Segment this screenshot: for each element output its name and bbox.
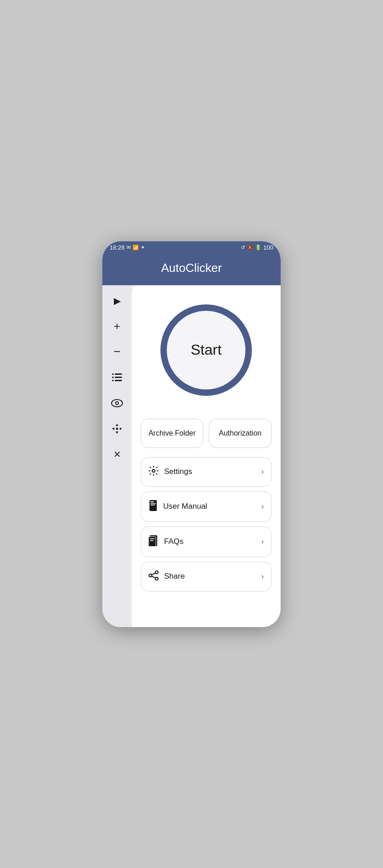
user-manual-menu-item-left: User Manual (149, 500, 207, 513)
faqs-menu-item-left: FAQs (149, 535, 184, 548)
svg-rect-2 (115, 377, 122, 378)
time-display: 18:28 (110, 244, 125, 251)
phone-frame: 18:28 ✉ 📶 ✦ ↺ 🔕 🔋 100 AutoClicker ▶ + − (102, 241, 281, 627)
svg-line-26 (152, 573, 155, 575)
svg-point-25 (155, 577, 158, 580)
faqs-icon (149, 535, 159, 548)
faqs-chevron: › (261, 538, 264, 546)
svg-point-24 (149, 574, 152, 577)
svg-point-23 (155, 571, 158, 574)
top-button-row: Archive Folder Authorization (141, 419, 271, 448)
user-manual-menu-item[interactable]: User Manual › (141, 491, 271, 522)
user-manual-icon (149, 500, 158, 513)
close-icon[interactable]: ✕ (109, 446, 125, 463)
list-icon[interactable] (109, 369, 125, 386)
svg-rect-18 (150, 505, 155, 506)
app-header: AutoClicker (102, 253, 281, 285)
share-menu-item-left: Share (149, 570, 185, 583)
svg-marker-12 (120, 427, 122, 430)
user-manual-chevron: › (261, 502, 264, 511)
menu-list: Settings › (141, 457, 271, 591)
svg-marker-11 (112, 427, 114, 430)
play-icon[interactable]: ▶ (109, 293, 125, 309)
user-manual-label: User Manual (163, 502, 207, 511)
share-menu-item[interactable]: Share › (141, 562, 271, 591)
battery-level: 100 (263, 244, 273, 251)
svg-rect-5 (112, 380, 114, 381)
svg-rect-20 (149, 537, 156, 546)
svg-marker-9 (116, 424, 118, 426)
svg-rect-0 (115, 373, 122, 375)
svg-point-8 (116, 402, 118, 404)
settings-label: Settings (164, 467, 192, 476)
silent-icon: 🔕 (247, 245, 253, 250)
status-bar-left: 18:28 ✉ 📶 ✦ (110, 244, 145, 251)
battery-icon: 🔋 (255, 245, 261, 250)
svg-rect-4 (115, 380, 122, 381)
faqs-menu-item[interactable]: FAQs › (141, 527, 271, 557)
bluetooth-icon: ✦ (141, 245, 145, 250)
sidebar: ▶ + − (102, 285, 132, 627)
svg-line-27 (152, 576, 155, 578)
status-bar: 18:28 ✉ 📶 ✦ ↺ 🔕 🔋 100 (102, 241, 281, 253)
svg-rect-3 (112, 377, 114, 378)
content-panel: Start Archive Folder Authorization (132, 285, 281, 627)
main-area: ▶ + − (102, 285, 281, 627)
eye-icon[interactable] (109, 395, 125, 411)
app-title: AutoClicker (161, 261, 222, 275)
start-circle-container: Start (160, 304, 252, 396)
email-icon: ✉ (127, 245, 131, 250)
svg-rect-16 (150, 501, 154, 502)
start-button[interactable]: Start (160, 304, 252, 396)
svg-rect-1 (112, 373, 114, 375)
faqs-label: FAQs (164, 537, 184, 546)
signal-icon: 📶 (133, 245, 139, 250)
share-icon (149, 570, 159, 583)
svg-rect-22 (150, 540, 154, 541)
settings-menu-item-left: Settings (149, 466, 192, 478)
archive-folder-button[interactable]: Archive Folder (141, 419, 203, 448)
settings-menu-item[interactable]: Settings › (141, 457, 271, 487)
authorization-button[interactable]: Authorization (209, 419, 271, 448)
svg-point-13 (116, 427, 118, 430)
svg-rect-21 (150, 538, 154, 539)
svg-point-14 (152, 469, 155, 472)
settings-icon (149, 466, 159, 478)
start-label: Start (191, 341, 222, 358)
vpn-icon: ↺ (241, 245, 245, 250)
svg-marker-10 (116, 431, 118, 434)
share-label: Share (164, 572, 185, 581)
status-bar-right: ↺ 🔕 🔋 100 (241, 244, 273, 251)
move-icon[interactable] (109, 421, 125, 437)
settings-chevron: › (261, 468, 264, 476)
share-chevron: › (261, 572, 264, 580)
minus-icon[interactable]: − (109, 344, 125, 360)
add-icon[interactable]: + (109, 318, 125, 335)
svg-rect-17 (150, 503, 156, 504)
